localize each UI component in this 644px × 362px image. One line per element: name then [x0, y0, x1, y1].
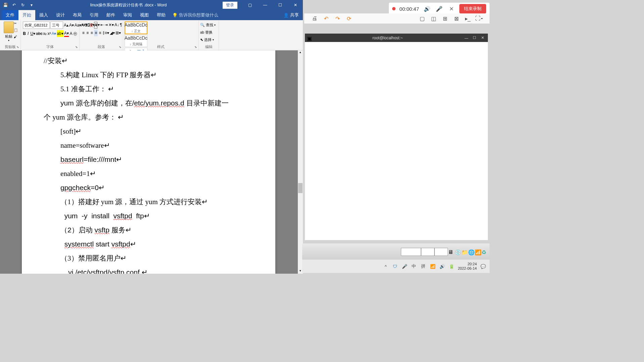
superscript-button[interactable]: x²	[47, 30, 51, 37]
undo-icon[interactable]: ↶	[11, 2, 17, 8]
tab-home[interactable]: 开始	[18, 10, 35, 20]
workspace-3[interactable]	[434, 248, 448, 256]
document-area[interactable]: //安装↵ 5.构建 Linux 下的 FTP 服务器↵ 5.1 准备工作： ↵…	[0, 50, 298, 274]
tab-view[interactable]: 视图	[136, 10, 153, 20]
speaker-icon[interactable]: 🔊	[423, 5, 431, 13]
network-tray-icon[interactable]: 🌐	[468, 249, 473, 255]
security-icon[interactable]: 🛡	[392, 263, 398, 269]
increase-indent-button[interactable]: ⇥	[104, 21, 108, 28]
sort-button[interactable]: A↓	[114, 21, 119, 28]
align-left-button[interactable]: ≡	[82, 30, 85, 36]
clipboard-launcher[interactable]: ⬊	[16, 45, 19, 49]
format-painter-button[interactable]: 🖌	[14, 35, 20, 41]
layout-grid-icon[interactable]: ⊞	[441, 15, 449, 22]
style-normal[interactable]: AaBbCcDc ↓ 正文	[125, 21, 147, 34]
redo-icon[interactable]: ↻	[20, 2, 26, 8]
layout-single-icon[interactable]: ▢	[418, 15, 426, 22]
close-button[interactable]: ✕	[288, 0, 303, 10]
multilevel-list-button[interactable]: ≡▾	[95, 21, 100, 28]
notification-icon[interactable]: 💬	[480, 263, 486, 269]
workspace-indicator[interactable]	[401, 248, 421, 256]
sound-icon[interactable]: 🔊	[439, 263, 445, 269]
scroll-up-icon[interactable]: ▴	[298, 50, 303, 55]
terminal-close-button[interactable]: ✕	[479, 35, 486, 41]
workspace-2[interactable]	[421, 248, 434, 256]
numbering-button[interactable]: 1≡▾	[88, 21, 95, 28]
tab-layout[interactable]: 布局	[69, 10, 86, 20]
chevron-up-icon[interactable]: ^	[383, 263, 389, 269]
decrease-font-button[interactable]: A▾	[69, 22, 74, 29]
distributed-button[interactable]: ≡	[98, 30, 102, 36]
copy-button[interactable]: 📋	[14, 28, 20, 34]
terminal-maximize-button[interactable]: ☐	[471, 35, 478, 41]
save-icon[interactable]: 💾	[3, 2, 8, 8]
justify-button[interactable]: ≡	[94, 30, 97, 36]
windows-clock[interactable]: 20:24 2022-06-14	[458, 262, 477, 271]
print-icon[interactable]: 🖨	[311, 15, 318, 22]
select-button[interactable]: ⬉选择▾	[200, 36, 217, 43]
bold-button[interactable]: B	[23, 30, 26, 37]
char-shading-button[interactable]: A	[70, 30, 73, 37]
subscript-button[interactable]: x₂	[43, 30, 47, 37]
monitor-icon[interactable]: 🖥	[448, 249, 453, 255]
pinyin-indicator[interactable]: 拼	[420, 263, 426, 269]
tab-insert[interactable]: 插入	[35, 10, 52, 20]
trash-icon[interactable]: ♻	[481, 249, 487, 255]
folder-icon[interactable]: 📁	[461, 249, 467, 255]
asian-layout-button[interactable]: ✕▾	[108, 21, 114, 28]
disk-icon[interactable]: 💿	[455, 249, 460, 255]
paragraph-launcher[interactable]: ⬊	[119, 45, 122, 49]
align-center-button[interactable]: ≡	[86, 30, 89, 36]
history-forward-icon[interactable]: ↷	[334, 15, 341, 22]
borders-button[interactable]: ⊞▾	[116, 30, 121, 36]
share-button[interactable]: 👤共享	[279, 10, 303, 20]
line-spacing-button[interactable]: ‡≡▾	[102, 30, 109, 36]
bluetooth-icon[interactable]: 📶	[475, 249, 480, 255]
decrease-indent-button[interactable]: ⇤	[100, 21, 104, 28]
tab-file[interactable]: 文件	[2, 10, 18, 20]
tab-review[interactable]: 审阅	[119, 10, 136, 20]
increase-font-button[interactable]: A▴	[64, 22, 68, 29]
qat-more-icon[interactable]: ▾	[29, 2, 34, 8]
styles-launcher[interactable]: ⬊	[194, 45, 197, 49]
font-name-select[interactable]	[23, 21, 50, 29]
history-back-icon[interactable]: ↶	[322, 15, 330, 22]
fullscreen-icon[interactable]: ⛶▾	[475, 15, 483, 22]
text-effects-button[interactable]: A▾	[51, 30, 56, 37]
align-right-button[interactable]: ≡	[90, 30, 93, 36]
shading-button[interactable]: ◢▾	[110, 30, 115, 36]
tab-references[interactable]: 引用	[86, 10, 102, 20]
paste-button[interactable]: 粘贴 ▾	[2, 21, 15, 43]
ime-indicator[interactable]: 中	[411, 263, 417, 269]
maximize-button[interactable]: ☐	[273, 0, 288, 10]
refresh-icon[interactable]: ⟳	[345, 15, 353, 22]
scroll-thumb[interactable]	[298, 183, 303, 193]
font-size-select[interactable]	[50, 21, 63, 29]
font-color-button[interactable]: A▾	[64, 30, 69, 37]
stop-recording-button[interactable]: 结束录制	[459, 4, 486, 13]
tab-help[interactable]: 帮助	[153, 10, 170, 20]
terminal-body[interactable]	[305, 42, 488, 240]
ribbon-display-icon[interactable]: ▢	[242, 0, 258, 10]
layout-off-icon[interactable]: ⊠	[453, 15, 460, 22]
highlight-button[interactable]: ab▾	[57, 30, 63, 37]
terminal-titlebar[interactable]: ▣ root@localhost:~ — ☐ ✕	[305, 34, 488, 42]
show-marks-button[interactable]: ¶	[120, 21, 122, 28]
battery-icon[interactable]: 🔋	[449, 263, 455, 269]
layout-double-icon[interactable]: ◫	[430, 15, 437, 22]
login-button[interactable]: 登录	[223, 2, 237, 9]
enclose-char-button[interactable]: ㊕	[73, 30, 77, 37]
italic-button[interactable]: I	[27, 30, 30, 37]
strikethrough-button[interactable]: abc	[36, 30, 42, 37]
close-recording-icon[interactable]: ✕	[447, 5, 455, 13]
microphone-tray-icon[interactable]: 🎤	[402, 263, 408, 269]
cut-button[interactable]: ✂	[14, 21, 20, 28]
bullets-button[interactable]: •≡▾	[82, 21, 87, 28]
vertical-scrollbar[interactable]: ▴ ▾	[298, 50, 303, 274]
terminal-icon[interactable]: ▸_	[464, 15, 471, 22]
minimize-button[interactable]: —	[258, 0, 273, 10]
terminal-minimize-button[interactable]: —	[463, 35, 470, 41]
wifi-icon[interactable]: 📶	[430, 263, 436, 269]
replace-button[interactable]: ab替换	[200, 29, 217, 36]
tellme-search[interactable]: 💡告诉我你想要做什么	[170, 10, 221, 20]
